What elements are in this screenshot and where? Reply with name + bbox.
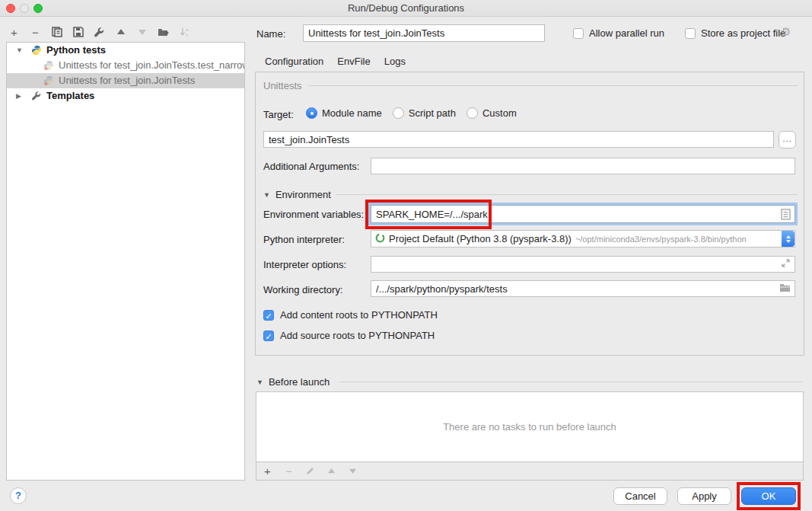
ok-button[interactable]: OK bbox=[741, 487, 796, 505]
python-test-icon bbox=[43, 60, 54, 71]
interpreter-options-label: Interpreter options: bbox=[263, 259, 346, 270]
tree-item-label: Templates bbox=[46, 88, 94, 104]
gear-icon[interactable]: ⚙ bbox=[781, 25, 791, 39]
target-radio-group: Module name Script path Custom bbox=[306, 107, 527, 119]
svg-text:z: z bbox=[186, 33, 188, 37]
move-task-down-icon bbox=[346, 465, 359, 477]
store-as-project-file-checkbox[interactable]: Store as project file bbox=[685, 27, 785, 39]
expand-arrow-icon[interactable]: ▼ bbox=[16, 43, 23, 58]
environment-group-label: Environment bbox=[275, 189, 331, 200]
tab-envfile[interactable]: EnvFile bbox=[330, 52, 377, 74]
tree-item-label: Unittests for test_join.JoinTests.test_n… bbox=[59, 58, 244, 73]
python-interpreter-value: Project Default (Python 3.8 (pyspark-3.8… bbox=[389, 233, 572, 244]
title-bar: Run/Debug Configurations bbox=[0, 0, 812, 17]
python-tests-icon bbox=[31, 45, 42, 56]
configurations-tree: ▼ Python tests Unittests for test_join.J… bbox=[6, 42, 245, 481]
environment-variables-label: Environment variables: bbox=[263, 209, 364, 220]
additional-arguments-input[interactable] bbox=[371, 158, 795, 174]
tab-configuration[interactable]: Configuration bbox=[258, 52, 330, 74]
checkbox-unchecked-icon[interactable] bbox=[685, 28, 696, 39]
configuration-panel: Unittests Target: Module name Script pat… bbox=[255, 72, 804, 356]
expand-field-icon[interactable] bbox=[781, 258, 791, 270]
add-source-roots-label: Add source roots to PYTHONPATH bbox=[280, 330, 435, 341]
python-test-icon bbox=[43, 75, 54, 86]
store-as-project-file-label: Store as project file bbox=[701, 27, 785, 39]
unittests-group-label: Unittests bbox=[263, 80, 302, 91]
move-task-up-icon bbox=[325, 465, 338, 477]
add-task-icon[interactable]: + bbox=[261, 465, 274, 477]
collapse-section-icon[interactable]: ▼ bbox=[263, 191, 270, 199]
environment-section-header[interactable]: ▼ Environment bbox=[263, 189, 331, 200]
configurations-toolbar: + − az bbox=[8, 24, 191, 40]
checkbox-unchecked-icon[interactable] bbox=[573, 28, 584, 39]
radio-module-name[interactable] bbox=[306, 107, 317, 119]
name-label: Name: bbox=[256, 28, 285, 40]
environment-variables-input[interactable]: SPARK_HOME=/.../spark bbox=[371, 205, 795, 223]
radio-module-name-label: Module name bbox=[322, 107, 382, 119]
target-label: Target: bbox=[263, 109, 294, 120]
tree-item-jointests-selected[interactable]: Unittests for test_join.JoinTests bbox=[7, 73, 244, 88]
help-button[interactable]: ? bbox=[10, 487, 27, 504]
browse-variables-icon[interactable] bbox=[781, 209, 791, 222]
svg-text:a: a bbox=[186, 27, 189, 32]
python-interpreter-label: Python interpreter: bbox=[263, 234, 345, 245]
divider bbox=[307, 85, 798, 86]
edit-task-icon bbox=[304, 465, 317, 477]
move-up-icon[interactable] bbox=[114, 26, 127, 39]
tree-item-test-narrow[interactable]: Unittests for test_join.JoinTests.test_n… bbox=[7, 58, 244, 73]
empty-tasks-message: There are no tasks to run before launch bbox=[443, 421, 616, 433]
before-launch-section-header[interactable]: ▼ Before launch bbox=[256, 376, 330, 388]
select-stepper-icon[interactable] bbox=[782, 231, 794, 247]
remove-configuration-icon[interactable]: − bbox=[29, 26, 42, 39]
tab-logs[interactable]: Logs bbox=[377, 52, 412, 74]
divider bbox=[339, 382, 803, 382]
divider bbox=[336, 194, 798, 195]
radio-custom-label: Custom bbox=[482, 107, 517, 119]
collapse-section-icon[interactable]: ▼ bbox=[256, 378, 263, 386]
working-directory-input[interactable] bbox=[371, 280, 795, 297]
apply-button[interactable]: Apply bbox=[677, 487, 731, 505]
python-interpreter-path: ~/opt/miniconda3/envs/pyspark-3.8/bin/py… bbox=[575, 235, 747, 244]
window-title: Run/Debug Configurations bbox=[0, 2, 812, 14]
new-folder-icon[interactable] bbox=[157, 26, 170, 39]
radio-script-path-label: Script path bbox=[409, 107, 456, 119]
before-launch-toolbar: + − bbox=[256, 462, 804, 481]
folder-browse-icon[interactable] bbox=[779, 283, 791, 295]
templates-wrench-icon bbox=[31, 91, 42, 101]
move-down-icon bbox=[135, 26, 148, 39]
add-content-roots-checkbox[interactable]: ✓ Add content roots to PYTHONPATH bbox=[263, 309, 438, 321]
edit-templates-icon[interactable] bbox=[93, 26, 106, 39]
interpreter-env-icon bbox=[375, 233, 385, 245]
save-configuration-icon[interactable] bbox=[72, 26, 84, 39]
target-module-input[interactable] bbox=[263, 131, 774, 148]
browse-module-button[interactable]: ... bbox=[779, 131, 796, 149]
cancel-button[interactable]: Cancel bbox=[613, 487, 667, 505]
tree-item-templates[interactable]: ▶ Templates bbox=[7, 88, 244, 104]
collapse-arrow-icon[interactable]: ▶ bbox=[16, 88, 21, 104]
allow-parallel-run-label: Allow parallel run bbox=[589, 27, 664, 39]
tree-item-label: Python tests bbox=[46, 43, 106, 58]
before-launch-label: Before launch bbox=[269, 376, 330, 388]
config-tabs: Configuration EnvFile Logs bbox=[258, 52, 412, 74]
interpreter-options-input[interactable] bbox=[371, 256, 795, 273]
copy-configuration-icon[interactable] bbox=[50, 26, 63, 39]
environment-variables-value: SPARK_HOME=/.../spark bbox=[376, 209, 488, 220]
python-interpreter-select[interactable]: Project Default (Python 3.8 (pyspark-3.8… bbox=[371, 230, 795, 248]
before-launch-task-list: There are no tasks to run before launch bbox=[256, 391, 804, 462]
remove-task-icon: − bbox=[282, 465, 295, 477]
radio-custom[interactable] bbox=[467, 107, 478, 119]
tree-item-python-tests[interactable]: ▼ Python tests bbox=[7, 43, 244, 58]
allow-parallel-run-checkbox[interactable]: Allow parallel run bbox=[573, 27, 664, 39]
name-input[interactable] bbox=[303, 24, 545, 42]
radio-script-path[interactable] bbox=[393, 107, 404, 119]
sort-configurations-icon: az bbox=[178, 26, 191, 39]
add-content-roots-label: Add content roots to PYTHONPATH bbox=[280, 309, 438, 321]
checkbox-checked-icon[interactable]: ✓ bbox=[263, 310, 274, 321]
working-directory-label: Working directory: bbox=[263, 284, 343, 295]
additional-arguments-label: Additional Arguments: bbox=[263, 161, 359, 172]
tree-item-label: Unittests for test_join.JoinTests bbox=[59, 73, 195, 88]
checkbox-checked-icon[interactable]: ✓ bbox=[263, 331, 274, 341]
add-source-roots-checkbox[interactable]: ✓ Add source roots to PYTHONPATH bbox=[263, 330, 435, 341]
add-configuration-icon[interactable]: + bbox=[8, 26, 21, 39]
